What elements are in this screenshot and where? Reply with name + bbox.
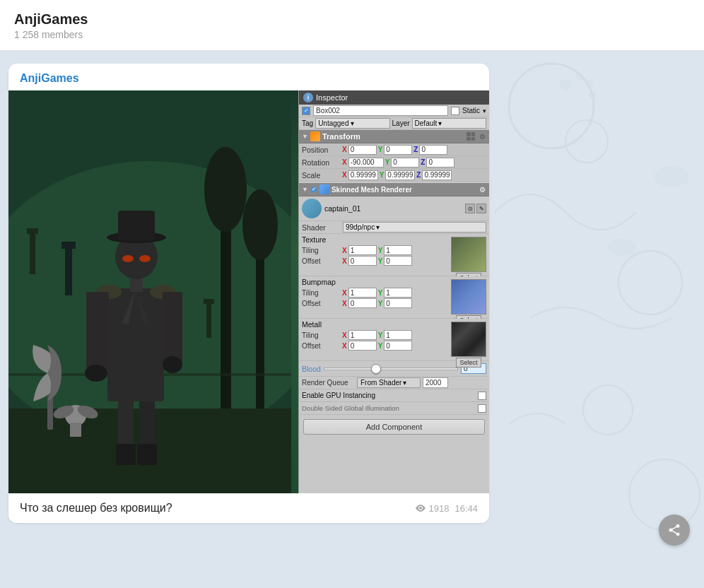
- object-active-checkbox[interactable]: ✓: [302, 107, 310, 115]
- channel-header: AnjiGames 1 258 members: [0, 0, 704, 51]
- message-footer: Что за слешер без кровищи? 1918 16:44: [8, 493, 489, 523]
- svg-rect-17: [61, 242, 76, 249]
- texture-tiling-y[interactable]: [384, 245, 412, 255]
- layer-label: Layer: [392, 119, 410, 127]
- scale-label: Scale: [302, 171, 341, 180]
- captain-edit-icon[interactable]: ✎: [476, 204, 486, 213]
- bumpmap-tiling-label: Tiling: [302, 289, 341, 297]
- double-sided-checkbox[interactable]: [478, 404, 486, 413]
- bumpmap-offset-label: Offset: [302, 300, 341, 307]
- inspector-panel: i Inspector ✓ Box002 Static ▾ Tag: [298, 90, 489, 493]
- texture-preview-1[interactable]: [451, 237, 486, 272]
- scale-row: Scale X Y Z: [299, 169, 489, 182]
- game-scene: i Inspector ✓ Box002 Static ▾ Tag: [8, 90, 489, 493]
- bumpmap-tiling-x[interactable]: [348, 288, 377, 298]
- content-area: AnjiGames: [0, 51, 704, 536]
- static-checkbox[interactable]: [451, 107, 459, 115]
- texture-offset-y[interactable]: [384, 256, 412, 266]
- metall-select-btn[interactable]: Select: [456, 358, 481, 368]
- svg-rect-29: [107, 288, 164, 401]
- svg-rect-15: [27, 228, 38, 234]
- svg-point-37: [163, 356, 182, 373]
- message-image: i Inspector ✓ Box002 Static ▾ Tag: [8, 90, 489, 493]
- bumpmap-offset-x[interactable]: [348, 298, 377, 308]
- tag-dropdown[interactable]: Untagged▾: [315, 118, 389, 129]
- gpu-instancing-checkbox[interactable]: [478, 392, 486, 400]
- pos-x-field[interactable]: [348, 145, 377, 155]
- transform-collapse-arrow[interactable]: ▼: [302, 133, 308, 140]
- rot-z-label: Z: [421, 158, 425, 166]
- tag-layer-row: Tag Untagged▾ Layer Default▾: [299, 117, 489, 130]
- layer-dropdown[interactable]: Default▾: [412, 118, 486, 129]
- render-queue-dropdown[interactable]: From Shader▾: [357, 377, 421, 388]
- rot-x-field[interactable]: [348, 158, 384, 167]
- smr-section-header: ▼ ✓ Skinned Mesh Renderer ⚙: [299, 183, 489, 196]
- metall-tiling-y[interactable]: [384, 330, 412, 340]
- rot-y-label: Y: [385, 158, 390, 166]
- tag-label: Tag: [302, 119, 313, 127]
- bumpmap-preview[interactable]: [451, 279, 486, 314]
- double-sided-row: Double Sided Global Illumination: [299, 402, 489, 415]
- blood-slider-thumb[interactable]: [371, 364, 381, 374]
- transform-section-header: ▼ Transform ⚙: [299, 130, 489, 143]
- message-time: 16:44: [454, 503, 478, 514]
- object-name-field[interactable]: Box002: [313, 105, 448, 116]
- message-header: AnjiGames: [8, 64, 489, 90]
- svg-rect-16: [65, 246, 72, 295]
- position-row: Position X Y Z: [299, 143, 489, 156]
- bumpmap-label: Bumpmap: [302, 278, 445, 286]
- render-queue-label: Render Queue: [302, 379, 355, 387]
- metall-offset-x[interactable]: [348, 341, 377, 351]
- smr-active-checkbox[interactable]: ✓: [310, 186, 317, 193]
- svg-rect-27: [116, 444, 136, 465]
- message-text: Что за слешер без кровищи?: [20, 502, 172, 514]
- add-component-button[interactable]: Add Component: [303, 419, 485, 435]
- render-queue-row: Render Queue From Shader▾ 2000: [299, 377, 489, 389]
- captain-locate-icon[interactable]: ⊙: [465, 204, 475, 213]
- pos-y-label: Y: [378, 146, 383, 153]
- inspector-title: Inspector: [316, 93, 348, 102]
- metall-offset-y[interactable]: [384, 341, 412, 351]
- svg-rect-23: [204, 299, 214, 304]
- render-queue-num[interactable]: 2000: [423, 377, 448, 388]
- view-count: 1918: [415, 503, 450, 514]
- metall-offset-label: Offset: [302, 342, 341, 350]
- svg-point-42: [122, 255, 134, 262]
- rot-y-field[interactable]: [391, 158, 419, 167]
- smr-collapse-arrow[interactable]: ▼: [302, 186, 308, 193]
- share-button[interactable]: [659, 514, 690, 546]
- svg-point-36: [85, 365, 107, 382]
- shader-row: Shader 99dp/npc▾: [299, 221, 489, 234]
- message-card: AnjiGames: [8, 64, 489, 523]
- eye-icon: [415, 505, 426, 512]
- smr-title: Skinned Mesh Renderer: [332, 186, 476, 194]
- scale-z-field[interactable]: [422, 170, 452, 180]
- scale-x-field[interactable]: [348, 170, 378, 180]
- blood-slider-track[interactable]: [324, 368, 458, 370]
- static-label: Static: [462, 107, 480, 114]
- object-name-row: ✓ Box002 Static ▾: [299, 105, 489, 117]
- svg-rect-35: [163, 292, 182, 363]
- rot-z-field[interactable]: [426, 158, 454, 167]
- static-dropdown-arrow[interactable]: ▾: [483, 107, 486, 114]
- bumpmap-offset-y[interactable]: [384, 298, 412, 308]
- captain-row: captain_01 ⊙ ✎: [299, 196, 489, 221]
- transform-gear-icon[interactable]: ⚙: [478, 132, 486, 141]
- message-sender: AnjiGames: [20, 72, 478, 85]
- svg-rect-14: [30, 232, 35, 274]
- metall-preview[interactable]: [451, 322, 486, 357]
- texture-offset-x[interactable]: [348, 256, 377, 266]
- scale-y-field[interactable]: [385, 170, 415, 180]
- bumpmap-tiling-y[interactable]: [384, 288, 412, 298]
- pos-y-field[interactable]: [384, 145, 412, 155]
- texture-label: Texture: [302, 235, 445, 244]
- message-meta: 1918 16:44: [415, 503, 478, 514]
- metall-tiling-x[interactable]: [348, 330, 377, 340]
- blood-slider[interactable]: [324, 368, 458, 370]
- pos-z-field[interactable]: [419, 145, 447, 155]
- smr-gear-icon[interactable]: ⚙: [478, 185, 486, 194]
- svg-rect-28: [137, 444, 157, 465]
- position-label: Position: [302, 146, 341, 154]
- texture-tiling-x[interactable]: [348, 245, 377, 255]
- shader-dropdown[interactable]: 99dp/npc▾: [343, 222, 486, 233]
